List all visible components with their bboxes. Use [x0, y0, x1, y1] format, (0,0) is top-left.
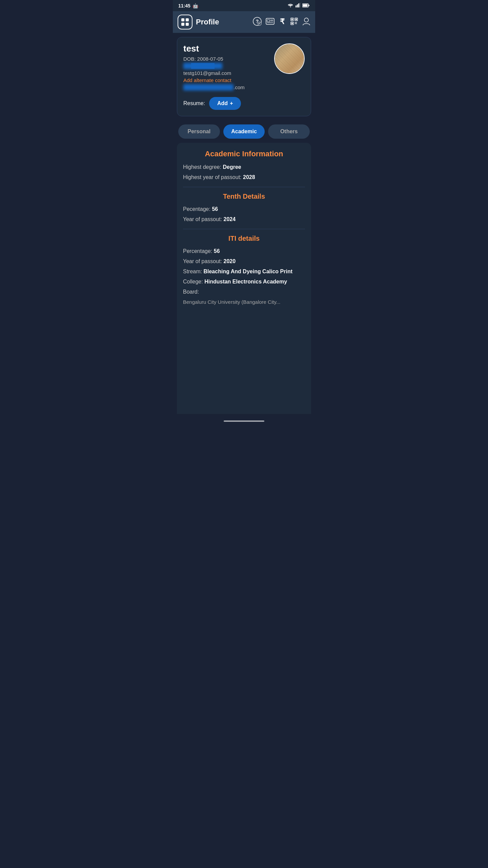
svg-rect-25	[296, 23, 297, 24]
svg-rect-21	[291, 23, 293, 24]
highest-year-row: Highest year of passout: 2028	[183, 173, 305, 181]
top-nav: Profile ? ₹	[173, 11, 315, 33]
wifi-icon	[287, 3, 293, 8]
svg-rect-2	[298, 3, 299, 7]
iti-college-row: College: Hindustan Electronics Academy	[183, 278, 305, 286]
profile-info: test DOB: 2008-07-05 +91-8XXXXXX4 testg1…	[183, 43, 274, 93]
svg-rect-23	[296, 22, 297, 23]
iti-stream-row: Stream: Bleaching And Dyeing Calico Prin…	[183, 268, 305, 276]
tenth-year-row: Year of passout: 2024	[183, 215, 305, 223]
svg-rect-0	[296, 5, 297, 7]
android-icon: 🤖	[192, 3, 198, 8]
svg-rect-1	[297, 4, 298, 7]
status-right	[287, 3, 310, 8]
profile-phone: +91-8XXXXXX4	[183, 63, 222, 69]
qr-code-icon[interactable]	[290, 17, 298, 27]
resume-label: Resume:	[183, 100, 205, 106]
highest-degree-row: Highest degree: Degree	[183, 163, 305, 171]
add-alternate-contact[interactable]: Add alternate contact	[183, 77, 274, 83]
iti-year-row: Year of passout: 2020	[183, 257, 305, 265]
svg-point-9	[258, 22, 261, 25]
tenth-percentage-row: Pecentage: 56	[183, 205, 305, 213]
svg-rect-11	[267, 20, 270, 22]
svg-rect-6	[303, 4, 308, 6]
svg-rect-22	[295, 22, 296, 23]
profile-alternate-email: ganesh@gmailXXXX.com	[183, 84, 274, 90]
user-icon[interactable]	[302, 17, 310, 27]
svg-rect-17	[291, 19, 293, 20]
help-call-icon[interactable]: ?	[253, 17, 262, 27]
app-logo[interactable]	[178, 15, 192, 29]
signal-icon	[296, 3, 300, 8]
add-resume-button[interactable]: Add +	[209, 97, 241, 110]
iti-board-row: Board:	[183, 288, 305, 296]
nav-icons: ? ₹	[253, 17, 310, 27]
academic-content: Academic Information Highest degree: Deg…	[177, 143, 311, 414]
svg-text:₹: ₹	[280, 17, 285, 26]
bottom-bar	[173, 417, 315, 428]
svg-rect-26	[296, 23, 296, 23]
status-left: 11:45 🤖	[178, 3, 198, 8]
svg-rect-5	[308, 5, 309, 6]
tenth-section-title: Tenth Details	[183, 193, 305, 200]
iti-section-title: ITI details	[183, 235, 305, 242]
profile-card: test DOB: 2008-07-05 +91-8XXXXXX4 testg1…	[177, 37, 311, 116]
svg-rect-24	[295, 23, 296, 24]
id-card-icon[interactable]	[266, 18, 274, 27]
academic-section-title: Academic Information	[183, 150, 305, 158]
status-time: 11:45	[178, 3, 190, 8]
tab-others[interactable]: Others	[268, 124, 310, 139]
profile-dob: DOB: 2008-07-05	[183, 56, 274, 62]
profile-name: test	[183, 43, 274, 54]
nav-title: Profile	[196, 18, 249, 26]
rupee-icon[interactable]: ₹	[279, 17, 286, 27]
divider-1	[183, 187, 305, 187]
iti-board-value-row: Bengaluru City University (Bangalore Cit…	[183, 298, 305, 306]
divider-2	[183, 229, 305, 229]
battery-icon	[302, 3, 310, 8]
tab-academic[interactable]: Academic	[223, 124, 265, 139]
iti-percentage-row: Percentage: 56	[183, 247, 305, 255]
tab-personal[interactable]: Personal	[178, 124, 220, 139]
svg-rect-3	[300, 3, 300, 7]
profile-email: testg101@gmail.com	[183, 70, 274, 76]
svg-point-27	[304, 18, 308, 22]
home-indicator	[224, 420, 264, 422]
avatar	[274, 43, 305, 74]
tab-bar: Personal Academic Others	[173, 120, 315, 143]
status-bar: 11:45 🤖	[173, 0, 315, 11]
resume-row: Resume: Add +	[183, 97, 305, 110]
svg-rect-19	[296, 19, 297, 20]
